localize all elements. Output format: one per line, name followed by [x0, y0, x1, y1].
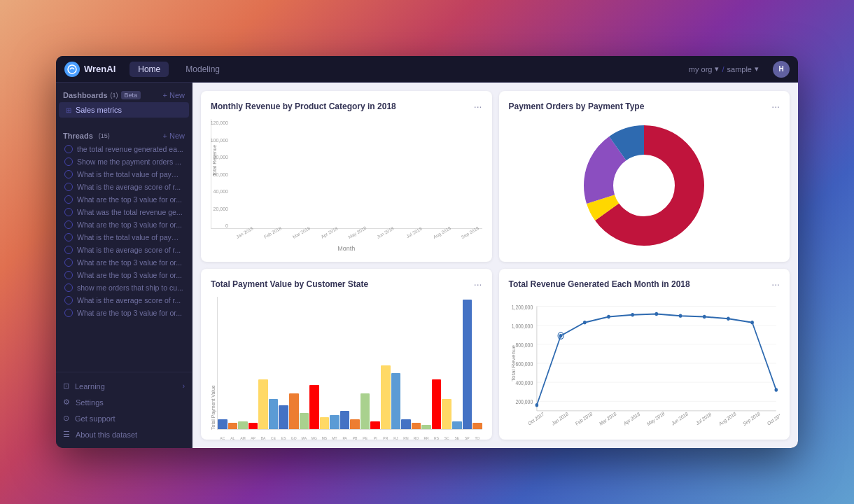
thread-text: What are the top 3 value for or...	[77, 195, 183, 204]
thread-item[interactable]: What is the average score of r...	[57, 181, 190, 193]
settings-label: Settings	[76, 398, 104, 407]
dashboards-add-button[interactable]: + New	[163, 91, 186, 99]
thread-circle	[64, 284, 73, 292]
thread-text: What is the total value of paym...	[77, 170, 183, 178]
svg-text:Feb 2018: Feb 2018	[575, 411, 593, 426]
svg-point-29	[750, 321, 754, 324]
thread-item[interactable]: What are the top 3 value for or...	[57, 269, 190, 281]
state-label: PE	[360, 436, 370, 440]
donut-chart	[509, 119, 780, 252]
state-label: AM	[238, 436, 248, 440]
state-label: TO	[472, 436, 482, 440]
state-label: GO	[289, 436, 299, 440]
thread-circle	[64, 271, 73, 279]
svg-text:Oct 2017: Oct 2017	[527, 411, 545, 426]
threads-title-area: Threads (15)	[63, 132, 110, 140]
sidebar-bottom: ⊡ Learning › ⚙ Settings ⊙ Get support ☰ …	[56, 372, 192, 448]
sidebar-item-learning[interactable]: ⊡ Learning ›	[56, 378, 192, 394]
chart-card-total-revenue: Total Revenue Generated Each Month in 20…	[499, 269, 790, 440]
thread-circle	[64, 208, 73, 216]
state-label: PR	[381, 436, 391, 440]
threads-label: Threads	[63, 132, 93, 140]
sidebar: Dashboards (1) Beta + New ⊞ Sales metric…	[56, 83, 192, 448]
sidebar-item-settings[interactable]: ⚙ Settings	[56, 394, 192, 410]
learning-icon: ⊡	[63, 382, 69, 391]
bar-groups-1	[231, 122, 481, 228]
chart2-header: Payment Orders by Payment Type ···	[509, 101, 780, 112]
svg-point-25	[654, 312, 658, 316]
chart-card-monthly-revenue: Monthly Revenue by Product Category in 2…	[201, 91, 492, 262]
chart-card-payment-value: Total Payment Value by Customer State ··…	[201, 269, 492, 440]
thread-item[interactable]: What are the top 3 value for or...	[57, 218, 190, 231]
threads-list: the total revenue generated ea...Show me…	[56, 143, 192, 319]
thread-text: What are the top 3 value for or...	[77, 258, 183, 267]
support-icon: ⊙	[63, 414, 69, 423]
sidebar-item-sales-metrics[interactable]: ⊞ Sales metrics ···	[59, 102, 189, 118]
line-chart-svg: 1,200,000 1,000,000 800,000 600,000 400,…	[509, 297, 780, 430]
sidebar-item-dataset[interactable]: ☰ About this dataset	[56, 426, 192, 442]
state-bar	[472, 423, 482, 429]
bar-chart-1: 120,000 100,000 80,000 60,000 40,000 20,…	[211, 119, 482, 252]
logo-area: WrenAI	[64, 62, 115, 77]
thread-circle	[64, 170, 73, 178]
thread-item[interactable]: What are the top 3 value for or...	[57, 193, 190, 206]
dashboards-section: Dashboards (1) Beta + New ⊞ Sales metric…	[56, 83, 192, 123]
state-label: SC	[442, 436, 451, 440]
chart1-menu-button[interactable]: ···	[474, 101, 482, 112]
state-label: RN	[401, 436, 411, 440]
state-label: RJ	[391, 436, 401, 440]
dataset-name[interactable]: sample	[727, 65, 752, 74]
state-label: SE	[452, 436, 462, 440]
svg-text:Apr 2018: Apr 2018	[622, 411, 640, 427]
thread-circle	[64, 246, 73, 254]
svg-point-20	[535, 403, 538, 407]
thread-circle	[64, 233, 73, 241]
threads-add-button[interactable]: + New	[163, 132, 186, 140]
donut-svg	[581, 122, 707, 248]
chart1-y-title: Total Revenue	[212, 145, 217, 176]
thread-text: What was the total revenue ge...	[77, 208, 183, 216]
thread-item[interactable]: Show me the payment orders ...	[57, 155, 190, 168]
svg-text:Sep 2018: Sep 2018	[742, 411, 761, 428]
thread-circle	[64, 145, 73, 153]
nav-home-button[interactable]: Home	[130, 62, 169, 77]
nav-modeling-button[interactable]: Modeling	[177, 62, 228, 77]
state-label: AC	[218, 436, 227, 440]
thread-item[interactable]: What are the top 3 value for or...	[57, 256, 190, 269]
thread-item[interactable]: What is the total value of paym...	[57, 168, 190, 181]
state-label: PI	[370, 436, 380, 440]
org-selector[interactable]: my org ▾ / sample ▾	[689, 64, 759, 74]
state-label: CE	[269, 436, 279, 440]
thread-item[interactable]: What are the top 3 value for or...	[57, 307, 190, 319]
chart3-header: Total Payment Value by Customer State ··…	[211, 279, 482, 290]
chart4-body: 1,200,000 1,000,000 800,000 600,000 400,…	[509, 297, 780, 430]
svg-point-21	[559, 334, 562, 337]
state-label: RS	[432, 436, 442, 440]
chart3-menu-button[interactable]: ···	[474, 279, 482, 290]
state-label: RR	[421, 436, 431, 440]
thread-item[interactable]: What is the average score of r...	[57, 244, 190, 256]
thread-item[interactable]: What is the total value of paym...	[57, 231, 190, 244]
chart1-body: 120,000 100,000 80,000 60,000 40,000 20,…	[211, 119, 482, 252]
thread-item[interactable]: What was the total revenue ge...	[57, 206, 190, 218]
dashboards-header: Dashboards (1) Beta + New	[56, 88, 192, 102]
sidebar-item-support[interactable]: ⊙ Get support	[56, 410, 192, 426]
org-name[interactable]: my org	[689, 65, 713, 74]
thread-item[interactable]: What is the average score of r...	[57, 294, 190, 307]
chart3-inner: Total Payment Value ACALAMAPBACEESGOMAMG…	[211, 297, 482, 430]
thread-item[interactable]: the total revenue generated ea...	[57, 143, 190, 155]
thread-item[interactable]: show me orders that ship to cu...	[57, 281, 190, 294]
chart4-menu-button[interactable]: ···	[771, 279, 780, 290]
user-avatar[interactable]: H	[773, 61, 790, 78]
org-separator: /	[722, 65, 724, 74]
svg-text:Total Revenue: Total Revenue	[510, 345, 516, 382]
state-bars-container	[218, 300, 482, 429]
y-label: 40,000	[214, 189, 228, 194]
state-bar	[340, 411, 350, 429]
svg-point-28	[727, 317, 730, 321]
svg-text:Jul 2018: Jul 2018	[695, 412, 712, 426]
chart2-menu-button[interactable]: ···	[771, 101, 780, 112]
state-bar	[279, 405, 288, 429]
svg-text:May 2018: May 2018	[646, 411, 666, 428]
threads-header: Threads (15) + New	[56, 129, 192, 143]
